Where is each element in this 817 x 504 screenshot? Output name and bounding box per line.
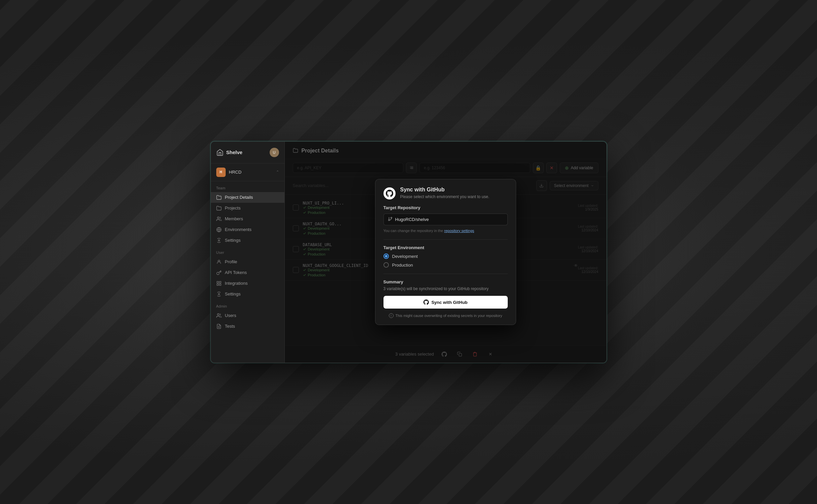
settings-team-icon [216, 238, 222, 243]
sync-btn-github-icon [423, 300, 429, 305]
repo-input-wrapper [383, 214, 508, 225]
summary-text: 3 variable(s) will be synchronized to yo… [383, 286, 508, 291]
sidebar: Shelve U H HRCD ⌃ Team Project Details P… [211, 142, 285, 363]
sidebar-item-label: Profile [225, 259, 237, 264]
radio-circle-production [383, 262, 389, 268]
svg-point-9 [218, 293, 220, 295]
workspace-selector[interactable]: H HRCD ⌃ [211, 164, 284, 181]
warning-text: i This might cause overwriting of existi… [383, 313, 508, 318]
users-icon [216, 313, 222, 318]
team-section-label: Team [211, 181, 284, 192]
tests-icon [216, 324, 222, 329]
sync-button-label: Sync with GitHub [432, 300, 468, 305]
modal-body: Target Repository You can chan [375, 205, 516, 325]
summary-section: Summary 3 variable(s) will be synchroniz… [383, 279, 508, 291]
integrations-icon [216, 281, 222, 286]
app-title: Shelve [226, 149, 242, 155]
sidebar-item-label: Environments [225, 227, 252, 232]
svg-point-23 [388, 219, 390, 221]
modal-github-logo [383, 187, 396, 199]
environments-icon [216, 227, 222, 232]
sidebar-item-label: Integrations [225, 281, 248, 286]
sidebar-logo: Shelve [216, 149, 242, 156]
summary-title: Summary [383, 279, 508, 284]
sidebar-item-label: Project Details [225, 195, 253, 200]
svg-point-3 [218, 240, 220, 241]
app-window: Shelve U H HRCD ⌃ Team Project Details P… [211, 141, 607, 363]
target-repo-section: Target Repository You can chan [383, 205, 508, 234]
radio-dot-development [385, 255, 388, 258]
radio-label-production: Production [392, 263, 413, 268]
target-repo-label: Target Repository [383, 205, 508, 210]
repo-hint: You can change the repository in the rep… [383, 228, 508, 234]
modal-title: Sync with GitHub [400, 187, 508, 193]
sidebar-item-environments[interactable]: Environments [211, 224, 284, 235]
sidebar-item-label: Settings [225, 291, 241, 296]
sidebar-item-integrations[interactable]: Integrations [211, 278, 284, 289]
sidebar-item-label: Members [225, 216, 243, 221]
admin-section-label: Admin [211, 300, 284, 310]
members-icon [216, 216, 222, 222]
svg-point-22 [391, 217, 392, 218]
radio-circle-development [383, 254, 389, 259]
svg-rect-5 [217, 281, 219, 283]
sidebar-item-project-details[interactable]: Project Details [211, 192, 284, 203]
sidebar-item-label: Projects [225, 205, 241, 211]
repo-input[interactable] [395, 217, 503, 222]
warning-icon: i [389, 313, 394, 318]
modal-divider-2 [383, 274, 508, 274]
sidebar-item-profile[interactable]: Profile [211, 257, 284, 267]
shelve-logo-icon [216, 149, 224, 156]
sidebar-item-settings-user[interactable]: Settings [211, 289, 284, 300]
user-section-label: User [211, 246, 284, 257]
sidebar-header: Shelve U [211, 142, 284, 164]
modal-title-group: Sync with GitHub Please select which env… [400, 187, 508, 200]
svg-rect-8 [217, 284, 219, 285]
sidebar-item-label: API Tokens [225, 270, 247, 275]
sidebar-item-label: Users [225, 313, 236, 318]
target-env-label: Target Environment [383, 245, 508, 250]
chevron-icon: ⌃ [276, 170, 279, 174]
env-radio-group: Development Production [383, 254, 508, 268]
svg-point-10 [217, 314, 219, 315]
profile-icon [216, 259, 222, 265]
repo-settings-link[interactable]: repository settings [444, 229, 474, 233]
workspace-avatar: H [216, 168, 226, 177]
main-content: Project Details 🔒 ✕ ⊕ Add variabl [285, 142, 606, 363]
modal-overlay: Sync with GitHub Please select which env… [285, 142, 606, 363]
modal-divider-1 [383, 239, 508, 240]
sidebar-item-settings-team[interactable]: Settings [211, 235, 284, 246]
api-tokens-icon [216, 270, 222, 275]
repo-branch-icon [388, 217, 393, 222]
target-env-section: Target Environment Development Productio [383, 245, 508, 268]
radio-production[interactable]: Production [383, 262, 508, 268]
folder-icon [216, 195, 222, 200]
sidebar-item-tests[interactable]: Tests [211, 321, 284, 332]
sync-github-button[interactable]: Sync with GitHub [383, 296, 508, 309]
svg-rect-7 [219, 284, 221, 285]
workspace-name: HRCD [229, 170, 273, 175]
radio-development[interactable]: Development [383, 254, 508, 259]
sidebar-item-api-tokens[interactable]: API Tokens [211, 267, 284, 278]
radio-label-development: Development [392, 254, 418, 259]
user-avatar[interactable]: U [270, 148, 279, 157]
svg-point-0 [217, 217, 219, 219]
sync-github-modal: Sync with GitHub Please select which env… [375, 179, 516, 325]
projects-icon [216, 205, 222, 211]
sidebar-item-projects[interactable]: Projects [211, 203, 284, 214]
modal-subtitle: Please select which environment you want… [400, 194, 508, 200]
modal-header: Sync with GitHub Please select which env… [375, 179, 516, 205]
sidebar-item-label: Settings [225, 238, 241, 243]
settings-user-icon [216, 291, 222, 297]
svg-rect-6 [219, 281, 221, 283]
sidebar-item-members[interactable]: Members [211, 214, 284, 224]
sidebar-item-users[interactable]: Users [211, 310, 284, 321]
sidebar-item-label: Tests [225, 324, 235, 329]
